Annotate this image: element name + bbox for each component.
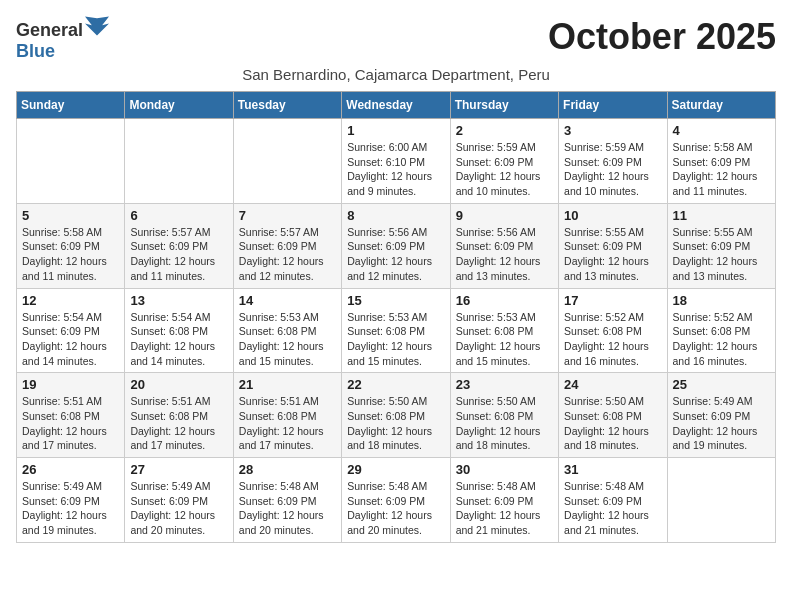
day-info: Sunrise: 5:49 AM Sunset: 6:09 PM Dayligh… (673, 394, 770, 453)
calendar-day-8: 8Sunrise: 5:56 AM Sunset: 6:09 PM Daylig… (342, 203, 450, 288)
day-number: 25 (673, 377, 770, 392)
calendar-header-wednesday: Wednesday (342, 92, 450, 119)
subtitle: San Bernardino, Cajamarca Department, Pe… (16, 66, 776, 83)
calendar-header-friday: Friday (559, 92, 667, 119)
calendar-week-row: 19Sunrise: 5:51 AM Sunset: 6:08 PM Dayli… (17, 373, 776, 458)
day-info: Sunrise: 5:55 AM Sunset: 6:09 PM Dayligh… (564, 225, 661, 284)
logo-general: General (16, 20, 83, 40)
day-number: 16 (456, 293, 553, 308)
calendar-day-5: 5Sunrise: 5:58 AM Sunset: 6:09 PM Daylig… (17, 203, 125, 288)
calendar-day-10: 10Sunrise: 5:55 AM Sunset: 6:09 PM Dayli… (559, 203, 667, 288)
calendar-day-21: 21Sunrise: 5:51 AM Sunset: 6:08 PM Dayli… (233, 373, 341, 458)
day-info: Sunrise: 5:48 AM Sunset: 6:09 PM Dayligh… (239, 479, 336, 538)
day-number: 1 (347, 123, 444, 138)
day-info: Sunrise: 5:51 AM Sunset: 6:08 PM Dayligh… (239, 394, 336, 453)
day-number: 8 (347, 208, 444, 223)
day-number: 30 (456, 462, 553, 477)
logo-text: General Blue (16, 16, 109, 62)
day-info: Sunrise: 5:50 AM Sunset: 6:08 PM Dayligh… (347, 394, 444, 453)
day-number: 29 (347, 462, 444, 477)
calendar-day-26: 26Sunrise: 5:49 AM Sunset: 6:09 PM Dayli… (17, 458, 125, 543)
day-number: 15 (347, 293, 444, 308)
calendar-day-14: 14Sunrise: 5:53 AM Sunset: 6:08 PM Dayli… (233, 288, 341, 373)
calendar-week-row: 12Sunrise: 5:54 AM Sunset: 6:09 PM Dayli… (17, 288, 776, 373)
day-number: 11 (673, 208, 770, 223)
day-info: Sunrise: 5:48 AM Sunset: 6:09 PM Dayligh… (564, 479, 661, 538)
day-number: 22 (347, 377, 444, 392)
calendar-day-29: 29Sunrise: 5:48 AM Sunset: 6:09 PM Dayli… (342, 458, 450, 543)
calendar-day-20: 20Sunrise: 5:51 AM Sunset: 6:08 PM Dayli… (125, 373, 233, 458)
svg-marker-0 (85, 17, 109, 36)
day-number: 23 (456, 377, 553, 392)
calendar-day-31: 31Sunrise: 5:48 AM Sunset: 6:09 PM Dayli… (559, 458, 667, 543)
calendar-day-27: 27Sunrise: 5:49 AM Sunset: 6:09 PM Dayli… (125, 458, 233, 543)
day-number: 20 (130, 377, 227, 392)
day-number: 24 (564, 377, 661, 392)
calendar-day-15: 15Sunrise: 5:53 AM Sunset: 6:08 PM Dayli… (342, 288, 450, 373)
day-info: Sunrise: 5:57 AM Sunset: 6:09 PM Dayligh… (130, 225, 227, 284)
calendar-day-25: 25Sunrise: 5:49 AM Sunset: 6:09 PM Dayli… (667, 373, 775, 458)
day-info: Sunrise: 5:57 AM Sunset: 6:09 PM Dayligh… (239, 225, 336, 284)
day-number: 18 (673, 293, 770, 308)
calendar-week-row: 1Sunrise: 6:00 AM Sunset: 6:10 PM Daylig… (17, 119, 776, 204)
calendar-empty-cell (233, 119, 341, 204)
day-number: 17 (564, 293, 661, 308)
day-info: Sunrise: 5:48 AM Sunset: 6:09 PM Dayligh… (347, 479, 444, 538)
day-info: Sunrise: 5:49 AM Sunset: 6:09 PM Dayligh… (130, 479, 227, 538)
day-info: Sunrise: 5:56 AM Sunset: 6:09 PM Dayligh… (347, 225, 444, 284)
calendar-day-30: 30Sunrise: 5:48 AM Sunset: 6:09 PM Dayli… (450, 458, 558, 543)
day-number: 27 (130, 462, 227, 477)
calendar-day-24: 24Sunrise: 5:50 AM Sunset: 6:08 PM Dayli… (559, 373, 667, 458)
day-number: 4 (673, 123, 770, 138)
calendar-week-row: 26Sunrise: 5:49 AM Sunset: 6:09 PM Dayli… (17, 458, 776, 543)
calendar-day-4: 4Sunrise: 5:58 AM Sunset: 6:09 PM Daylig… (667, 119, 775, 204)
calendar-header-sunday: Sunday (17, 92, 125, 119)
day-info: Sunrise: 5:59 AM Sunset: 6:09 PM Dayligh… (456, 140, 553, 199)
day-info: Sunrise: 5:52 AM Sunset: 6:08 PM Dayligh… (673, 310, 770, 369)
day-number: 5 (22, 208, 119, 223)
calendar-header-tuesday: Tuesday (233, 92, 341, 119)
logo-blue: Blue (16, 41, 55, 61)
calendar-day-7: 7Sunrise: 5:57 AM Sunset: 6:09 PM Daylig… (233, 203, 341, 288)
day-number: 28 (239, 462, 336, 477)
calendar-day-9: 9Sunrise: 5:56 AM Sunset: 6:09 PM Daylig… (450, 203, 558, 288)
day-info: Sunrise: 5:58 AM Sunset: 6:09 PM Dayligh… (673, 140, 770, 199)
day-number: 2 (456, 123, 553, 138)
day-number: 7 (239, 208, 336, 223)
month-title: October 2025 (548, 16, 776, 58)
calendar-day-22: 22Sunrise: 5:50 AM Sunset: 6:08 PM Dayli… (342, 373, 450, 458)
day-number: 19 (22, 377, 119, 392)
day-info: Sunrise: 5:53 AM Sunset: 6:08 PM Dayligh… (347, 310, 444, 369)
calendar-empty-cell (667, 458, 775, 543)
day-number: 3 (564, 123, 661, 138)
day-number: 9 (456, 208, 553, 223)
calendar-week-row: 5Sunrise: 5:58 AM Sunset: 6:09 PM Daylig… (17, 203, 776, 288)
day-number: 6 (130, 208, 227, 223)
calendar-day-1: 1Sunrise: 6:00 AM Sunset: 6:10 PM Daylig… (342, 119, 450, 204)
calendar-header-monday: Monday (125, 92, 233, 119)
calendar-day-28: 28Sunrise: 5:48 AM Sunset: 6:09 PM Dayli… (233, 458, 341, 543)
calendar-day-19: 19Sunrise: 5:51 AM Sunset: 6:08 PM Dayli… (17, 373, 125, 458)
day-info: Sunrise: 5:50 AM Sunset: 6:08 PM Dayligh… (456, 394, 553, 453)
calendar-header-thursday: Thursday (450, 92, 558, 119)
calendar-header-saturday: Saturday (667, 92, 775, 119)
day-info: Sunrise: 5:53 AM Sunset: 6:08 PM Dayligh… (239, 310, 336, 369)
logo: General Blue (16, 16, 109, 62)
day-info: Sunrise: 5:53 AM Sunset: 6:08 PM Dayligh… (456, 310, 553, 369)
day-info: Sunrise: 5:49 AM Sunset: 6:09 PM Dayligh… (22, 479, 119, 538)
day-info: Sunrise: 5:51 AM Sunset: 6:08 PM Dayligh… (130, 394, 227, 453)
day-number: 26 (22, 462, 119, 477)
day-info: Sunrise: 5:58 AM Sunset: 6:09 PM Dayligh… (22, 225, 119, 284)
calendar-header-row: SundayMondayTuesdayWednesdayThursdayFrid… (17, 92, 776, 119)
calendar-day-16: 16Sunrise: 5:53 AM Sunset: 6:08 PM Dayli… (450, 288, 558, 373)
calendar-empty-cell (125, 119, 233, 204)
day-number: 13 (130, 293, 227, 308)
calendar-day-6: 6Sunrise: 5:57 AM Sunset: 6:09 PM Daylig… (125, 203, 233, 288)
calendar-table: SundayMondayTuesdayWednesdayThursdayFrid… (16, 91, 776, 543)
calendar-day-11: 11Sunrise: 5:55 AM Sunset: 6:09 PM Dayli… (667, 203, 775, 288)
day-info: Sunrise: 6:00 AM Sunset: 6:10 PM Dayligh… (347, 140, 444, 199)
day-info: Sunrise: 5:48 AM Sunset: 6:09 PM Dayligh… (456, 479, 553, 538)
day-info: Sunrise: 5:50 AM Sunset: 6:08 PM Dayligh… (564, 394, 661, 453)
day-number: 21 (239, 377, 336, 392)
day-info: Sunrise: 5:56 AM Sunset: 6:09 PM Dayligh… (456, 225, 553, 284)
